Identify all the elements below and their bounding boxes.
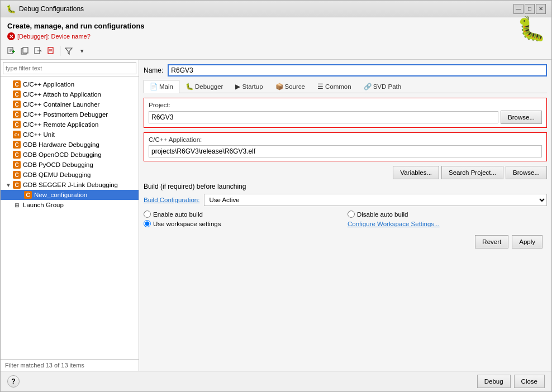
- tree-item-cpp-unit[interactable]: Ct C/C++ Unit: [1, 130, 139, 140]
- configure-workspace-row: Configure Workspace Settings...: [348, 220, 547, 227]
- project-label: Project:: [149, 102, 542, 108]
- tab-svdpath-label: SVD Path: [373, 83, 402, 90]
- title-bar: 🐛 Debug Configurations — □ ✕: [1, 1, 551, 17]
- error-line: ✕ [Debugger]: Device name?: [7, 32, 545, 40]
- app-label: C/C++ Application:: [149, 136, 542, 143]
- build-config-link[interactable]: Build Configuration:: [144, 197, 199, 203]
- cpp-postmortem-icon: C: [13, 111, 21, 118]
- new-config-item-icon: C: [24, 191, 32, 199]
- gdb-qemu-icon: C: [13, 171, 21, 179]
- tab-debugger-icon: 🐛: [185, 83, 193, 90]
- tree-item-label: GDB QEMU Debugging: [23, 171, 91, 178]
- tree-item-launch-group[interactable]: ⊞ Launch Group: [1, 200, 139, 210]
- right-panel: Name: 📄 Main 🐛 Debugger ▶ Startup: [139, 60, 551, 371]
- tree-item-cpp-application[interactable]: C C/C++ Application: [1, 79, 139, 89]
- project-section: Project: Browse...: [144, 98, 547, 128]
- tree-item-gdb-hardware[interactable]: C GDB Hardware Debugging: [1, 140, 139, 150]
- tree-item-gdb-qemu[interactable]: C GDB QEMU Debugging: [1, 170, 139, 180]
- radio-workspace-settings: Use workspace settings: [144, 220, 343, 227]
- variables-button[interactable]: Variables...: [393, 166, 439, 179]
- left-panel: C C/C++ Application C C/C++ Attach to Ap…: [1, 60, 139, 371]
- tab-main-icon: 📄: [150, 83, 158, 90]
- use-workspace-settings-label: Use workspace settings: [153, 221, 221, 227]
- disable-auto-build-label: Disable auto build: [357, 211, 408, 218]
- revert-button[interactable]: Revert: [475, 235, 508, 248]
- tab-debugger[interactable]: 🐛 Debugger: [179, 80, 230, 93]
- filter-status: Filter matched 13 of 13 items: [1, 359, 139, 371]
- tab-common[interactable]: ☰ Common: [311, 80, 358, 93]
- maximize-button[interactable]: □: [525, 4, 535, 14]
- project-browse-button[interactable]: Browse...: [501, 111, 542, 124]
- dialog-footer: ? Debug Close: [1, 371, 551, 391]
- tree-item-cpp-container[interactable]: C C/C++ Container Launcher: [1, 99, 139, 109]
- svg-rect-7: [23, 47, 28, 53]
- toolbar: ▾: [1, 42, 551, 60]
- app-buttons-row: Variables... Search Project... Browse...: [144, 166, 547, 179]
- tree-item-label: GDB PyOCD Debugging: [23, 161, 93, 168]
- main-body: C C/C++ Application C C/C++ Attach to Ap…: [1, 60, 551, 371]
- filter-input[interactable]: [3, 62, 136, 74]
- dialog-title: Debug Configurations: [19, 5, 84, 13]
- cpp-container-icon: C: [13, 101, 21, 108]
- tree-item-gdb-pyocd[interactable]: C GDB PyOCD Debugging: [1, 160, 139, 170]
- duplicate-config-button[interactable]: [18, 45, 31, 57]
- minimize-button[interactable]: —: [513, 4, 524, 14]
- tree-item-cpp-postmortem[interactable]: C C/C++ Postmortem Debugger: [1, 109, 139, 119]
- tab-main[interactable]: 📄 Main: [144, 80, 179, 93]
- gdb-hw-icon: C: [13, 141, 21, 149]
- disable-auto-build-radio[interactable]: [348, 211, 355, 218]
- build-title: Build (if required) before launching: [144, 183, 547, 190]
- filter-input-wrap: [1, 60, 139, 77]
- build-config-select[interactable]: Use Active Use Debug Select Automaticall…: [204, 194, 547, 206]
- search-project-button[interactable]: Search Project...: [441, 166, 503, 179]
- tree-item-new-configuration[interactable]: C New_configuration: [1, 190, 139, 200]
- new-config-button[interactable]: [5, 45, 17, 57]
- toolbar-separator: [60, 46, 60, 56]
- expander-icon: ▼: [5, 182, 12, 188]
- tab-main-label: Main: [159, 83, 173, 90]
- tree-item-label: C/C++ Application: [23, 81, 74, 88]
- tree-item-label: Launch Group: [23, 202, 64, 208]
- help-button[interactable]: ?: [7, 375, 20, 388]
- filter-button[interactable]: [63, 45, 75, 57]
- tab-source-label: Source: [285, 83, 305, 90]
- name-input[interactable]: [168, 64, 547, 77]
- tab-source[interactable]: 📦 Source: [269, 80, 311, 93]
- delete-config-button[interactable]: [45, 45, 58, 57]
- app-path-input[interactable]: [149, 145, 542, 157]
- gdb-openocd-icon: C: [13, 151, 21, 159]
- dialog-icon: 🐛: [6, 4, 16, 13]
- enable-auto-build-label: Enable auto build: [153, 211, 203, 218]
- tree-item-gdb-openocd[interactable]: C GDB OpenOCD Debugging: [1, 150, 139, 160]
- tree-item-label: GDB Hardware Debugging: [23, 141, 99, 148]
- project-input-row: Browse...: [149, 111, 542, 124]
- footer-right-buttons: Debug Close: [477, 375, 545, 388]
- cpp-unit-icon: Ct: [13, 131, 21, 138]
- enable-auto-build-radio[interactable]: [144, 211, 151, 218]
- close-window-button[interactable]: ✕: [536, 4, 546, 14]
- tree-item-gdb-segger[interactable]: ▼ C GDB SEGGER J-Link Debugging: [1, 180, 139, 190]
- apply-button[interactable]: Apply: [512, 235, 543, 248]
- tab-startup-label: Startup: [242, 83, 263, 90]
- tab-source-icon: 📦: [275, 83, 283, 90]
- export-button[interactable]: [32, 45, 44, 57]
- tree-area: C C/C++ Application C C/C++ Attach to Ap…: [1, 77, 139, 359]
- tree-item-cpp-remote[interactable]: C C/C++ Remote Application: [1, 119, 139, 130]
- tree-item-cpp-attach[interactable]: C C/C++ Attach to Application: [1, 89, 139, 99]
- project-input[interactable]: [149, 111, 498, 123]
- cpp-attach-icon: C: [13, 90, 21, 98]
- view-menu-button[interactable]: ▾: [76, 45, 88, 57]
- configure-workspace-link[interactable]: Configure Workspace Settings...: [348, 221, 440, 227]
- tree-item-label: C/C++ Unit: [23, 131, 55, 138]
- tab-startup[interactable]: ▶ Startup: [229, 80, 269, 93]
- revert-apply-buttons: Revert Apply: [144, 232, 547, 252]
- use-workspace-settings-radio[interactable]: [144, 220, 151, 227]
- radio-disable-auto: Disable auto build: [348, 211, 547, 218]
- tab-svd-path[interactable]: 🔗 SVD Path: [358, 80, 408, 93]
- error-icon: ✕: [7, 32, 15, 40]
- close-button[interactable]: Close: [514, 375, 545, 388]
- debug-button[interactable]: Debug: [477, 375, 511, 388]
- gdb-segger-icon: C: [13, 181, 21, 189]
- tabs-bar: 📄 Main 🐛 Debugger ▶ Startup 📦 Source ☰: [144, 80, 547, 93]
- app-browse-button[interactable]: Browse...: [506, 166, 547, 179]
